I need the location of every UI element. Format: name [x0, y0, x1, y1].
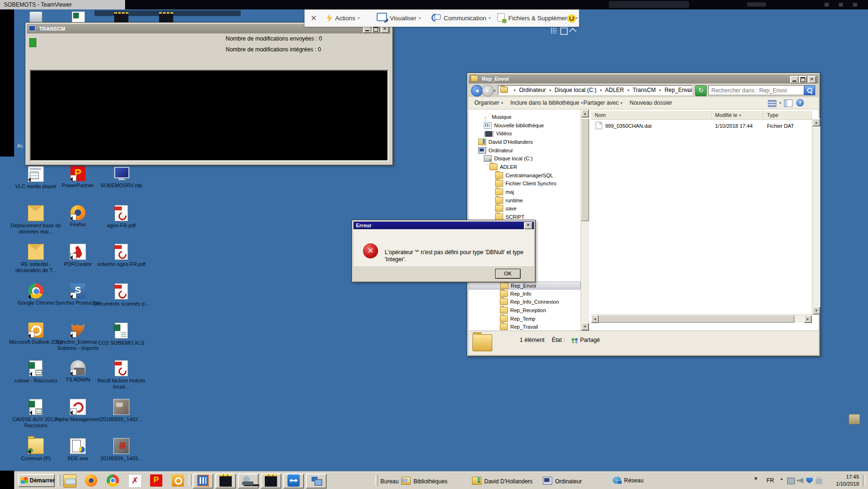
taskbar-button-bibliotheques[interactable]: Bibliothèques — [401, 477, 447, 485]
tree-item-save[interactable]: save — [469, 205, 581, 213]
explorer-minimize-button[interactable] — [790, 76, 799, 83]
tree-item-nouvelle-bibliotheque[interactable]: Nouvelle bibliothèque — [469, 122, 581, 130]
organiser-menu[interactable]: Organiser▾ — [474, 99, 503, 106]
visualiser-menu[interactable]: Visualiser▾ — [377, 10, 421, 26]
tray-shield-icon[interactable] — [806, 478, 813, 483]
crumb-disque[interactable]: Disque local (C:) — [555, 87, 597, 93]
quicklaunch-firefox-icon[interactable] — [85, 474, 97, 487]
fichiers-menu[interactable]: Fichiers & Suppléments▾ — [497, 10, 577, 26]
quicklaunch-app-icon[interactable]: ✗ — [128, 474, 142, 488]
tree-item-rep-info-connexion[interactable]: Rep_Info_Connexion — [469, 298, 581, 306]
refresh-button[interactable]: ↻ — [695, 85, 707, 96]
quicklaunch-explorer-icon[interactable] — [63, 474, 76, 488]
local-maximize-icon[interactable] — [839, 3, 843, 7]
tree-item-rep-travail[interactable]: Rep_Travail — [469, 323, 581, 331]
inclure-menu[interactable]: Inclure dans la bibliothèque▾ — [510, 99, 583, 106]
tree-item-disque-c[interactable]: Disque local (C:) — [469, 155, 581, 163]
explorer-maximize-button[interactable] — [799, 76, 807, 83]
crumb-caret-icon[interactable]: ▾ — [659, 88, 661, 92]
tree-item-rep-envoi[interactable]: Rep_Envoi — [469, 282, 581, 290]
tray-show-hidden-icon[interactable]: ▲ — [780, 477, 784, 481]
desktop-icon-partial[interactable] — [849, 414, 860, 424]
file-list-hscrollbar[interactable]: ◄ ► — [591, 315, 812, 323]
show-desktop-separator[interactable] — [863, 474, 865, 487]
tree-item-ordinateur[interactable]: Ordinateur — [469, 147, 581, 155]
tree-item-musique[interactable]: ♪Musique — [469, 113, 581, 121]
taskbar-button-reseau[interactable]: Réseau — [613, 477, 643, 484]
desktop-icon-co2-xls[interactable]: CO2 SOBEMO.XLS — [93, 323, 150, 346]
toolbar-grip[interactable] — [189, 475, 192, 486]
toolbar-grip[interactable] — [58, 475, 60, 486]
help-icon[interactable]: ? — [796, 99, 804, 107]
desktop-icon-pdf3[interactable]: Documents scannés p... — [93, 283, 150, 307]
scroll-left-icon[interactable]: ◄ — [591, 315, 599, 323]
tree-item-videos[interactable]: Vidéos — [469, 130, 581, 138]
breadcrumb[interactable]: ▾ Ordinateur ▾ Disque local (C:) ▾ ADLER… — [498, 85, 692, 95]
scroll-up-icon[interactable]: ▲ — [581, 109, 589, 117]
nav-history-dropdown-icon[interactable]: ▾ — [494, 89, 496, 93]
actions-menu[interactable]: Actions▾ — [327, 10, 360, 26]
tree-item-fichier-client-synchro[interactable]: Fichier Client Synchro — [469, 180, 581, 188]
crumb-caret-icon[interactable]: ▾ — [514, 88, 515, 92]
tree-item-centralmanagersql[interactable]: CentralmanagerSQL — [469, 172, 581, 180]
column-header-type[interactable]: Type — [763, 111, 812, 120]
file-cell-name[interactable]: 999_0350CHAN.dat — [596, 122, 651, 130]
ok-button[interactable]: OK — [495, 269, 521, 279]
explorer-close-button[interactable]: ✕ — [808, 76, 816, 83]
views-icon[interactable] — [768, 100, 776, 107]
tree-item-rep-info[interactable]: Rep_Info — [469, 290, 581, 298]
desktop-icon-pdf4[interactable]: Rectif facture Holcim locati... — [93, 360, 150, 390]
overflow-chevron-icon[interactable]: » — [754, 475, 758, 481]
scroll-up-icon[interactable]: ▲ — [812, 118, 820, 126]
taskbar-app-network-pc[interactable] — [306, 473, 327, 489]
file-list-scrollbar[interactable]: ▲ ▼ — [812, 118, 820, 315]
communication-menu[interactable]: Communication▾ — [431, 10, 490, 26]
scroll-right-icon[interactable]: ► — [804, 315, 812, 323]
explorer-search-input[interactable] — [708, 85, 804, 95]
desktop-icon-pdf1[interactable]: agex-FR.pdf — [93, 205, 150, 229]
partager-menu[interactable]: Partager avec▾ — [583, 99, 623, 106]
crumb-transcm[interactable]: TransCM — [632, 87, 656, 93]
taskbar-app-building2[interactable] — [261, 473, 281, 489]
feedback-smiley-icon[interactable] — [567, 14, 576, 23]
explorer-titlebar[interactable]: Rep_Envoi — [469, 75, 818, 83]
taskbar-app-teamviewer[interactable] — [283, 473, 304, 489]
taskbar-button-ordinateur[interactable]: Ordinateur — [543, 477, 582, 485]
tray-network-icon[interactable] — [816, 479, 822, 484]
column-header-modifie[interactable]: Modifié le▾ — [711, 111, 763, 120]
toolbar-grip[interactable] — [375, 475, 378, 486]
quicklaunch-chrome-icon[interactable] — [107, 474, 119, 487]
search-button[interactable] — [804, 85, 815, 95]
scroll-down-icon[interactable]: ▼ — [581, 323, 589, 331]
column-header-nom[interactable]: Nom — [591, 111, 711, 120]
nouveau-dossier-button[interactable]: Nouveau dossier — [630, 99, 672, 106]
monitor-grid-icon[interactable] — [550, 27, 556, 33]
tree-item-runtime[interactable]: runtime — [469, 197, 581, 205]
desktop-icon-pdf2[interactable]: sobemo agex-FR.pdf — [93, 244, 150, 267]
views-dropdown-icon[interactable]: ▾ — [777, 99, 781, 106]
tree-scrollbar[interactable]: ▲ ▼ — [581, 109, 589, 331]
tree-item-adler[interactable]: ADLER — [469, 163, 581, 171]
tray-speaker-icon[interactable] — [797, 478, 803, 483]
desktop-icon-photo1[interactable]: 20180926_1402... — [93, 399, 150, 423]
scroll-down-icon[interactable]: ▼ — [812, 307, 820, 315]
tree-item-rep-reception[interactable]: Rep_Reception — [469, 307, 581, 315]
fullscreen-icon[interactable] — [560, 27, 568, 35]
tree-item-maj[interactable]: maj — [469, 188, 581, 196]
crumb-caret-icon[interactable]: ▾ — [549, 88, 551, 92]
hscrollbar-thumb[interactable] — [599, 315, 794, 323]
back-button[interactable]: ◄ — [471, 85, 483, 97]
start-button[interactable]: Démarrer — [18, 474, 55, 487]
language-indicator[interactable]: FR — [767, 477, 774, 484]
taskbar-app-building1[interactable] — [215, 473, 236, 489]
local-close-icon[interactable] — [853, 3, 857, 7]
tree-item-david[interactable]: David D'Hollanders — [469, 138, 581, 146]
tree-scrollbar-thumb[interactable] — [581, 118, 589, 221]
tray-display-icon[interactable] — [787, 478, 795, 484]
teamviewer-session-tab[interactable]: SOBEMOTS - TeamViewer — [0, 0, 125, 9]
crumb-adler[interactable]: ADLER — [605, 87, 624, 93]
crumb-caret-icon[interactable]: ▾ — [627, 88, 629, 92]
desktop-icon-rdp[interactable]: SOBEMOSRV.rdp — [93, 166, 150, 189]
taskbar-clock[interactable]: 17:45 1/10/2018 — [831, 473, 859, 488]
address-dropdown-icon[interactable]: ▾ — [688, 89, 690, 93]
